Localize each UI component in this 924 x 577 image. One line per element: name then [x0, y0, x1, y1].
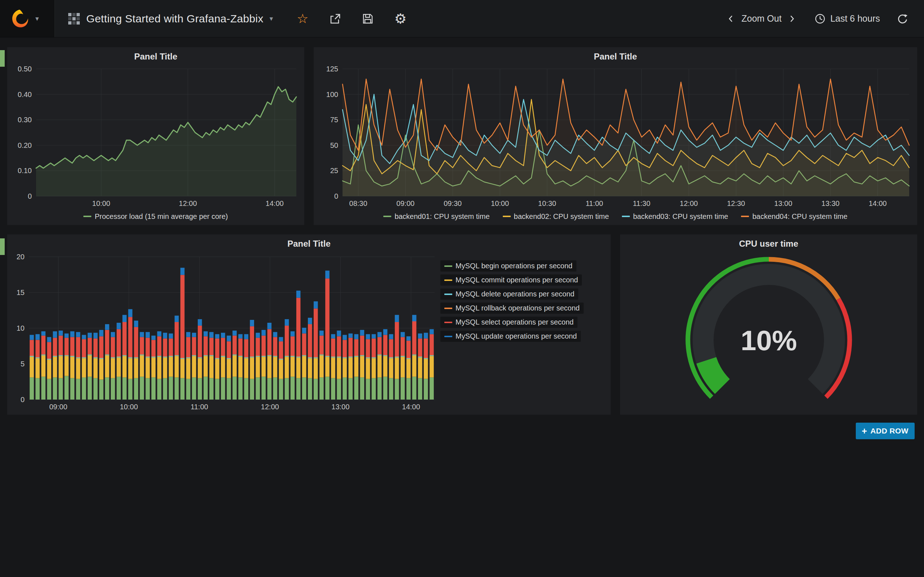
legend-series-swatch: [444, 279, 452, 281]
svg-text:15: 15: [16, 288, 24, 297]
svg-text:75: 75: [330, 116, 338, 124]
time-shift-forward-button[interactable]: [788, 13, 796, 24]
save-button[interactable]: [362, 13, 373, 24]
legend: Processor load (15 min average per core): [7, 208, 304, 224]
legend-series-label: MySQL select operations per second: [456, 318, 573, 326]
svg-text:14:00: 14:00: [402, 403, 420, 411]
navbar: ▾ Getting Started with Grafana-Zabbix ▾ …: [0, 0, 924, 37]
svg-text:50: 50: [330, 141, 338, 149]
panel-cpu-system-time: Panel Title 025507510012508:3009:0009:30…: [313, 47, 917, 225]
legend-series-swatch: [444, 266, 452, 267]
add-row-label: ADD ROW: [871, 427, 908, 435]
legend-series-swatch: [503, 216, 511, 217]
legend-item[interactable]: backend03: CPU system time: [622, 213, 728, 221]
svg-text:0: 0: [21, 396, 24, 403]
svg-text:0.30: 0.30: [18, 116, 32, 124]
legend-item[interactable]: MySQL delete operations per second: [440, 288, 578, 300]
logo-caret-icon: ▾: [36, 15, 39, 22]
dashboard-grid-icon: [68, 13, 80, 25]
share-button[interactable]: [330, 13, 341, 24]
legend-item[interactable]: MySQL begin operations per second: [440, 260, 577, 272]
legend-series-swatch: [444, 336, 452, 337]
panel-cpu-user-time: CPU user time 10%: [620, 234, 917, 415]
panel-title[interactable]: Panel Title: [7, 52, 304, 62]
bar-chart-mysql-operations[interactable]: 0510152009:0010:0011:0012:0013:0014:00: [10, 252, 438, 413]
star-icon: ☆: [297, 11, 308, 26]
legend-item[interactable]: MySQL commit operations per second: [440, 274, 582, 285]
legend-series-label: backend02: CPU system time: [514, 213, 609, 221]
grafana-dashboard: ▾ Getting Started with Grafana-Zabbix ▾ …: [0, 0, 924, 577]
svg-text:09:00: 09:00: [396, 200, 414, 207]
time-range-label: Last 6 hours: [830, 13, 880, 24]
refresh-icon: [897, 13, 908, 24]
legend-series-label: MySQL commit operations per second: [456, 276, 578, 284]
legend-series-label: backend03: CPU system time: [633, 213, 728, 221]
svg-text:12:00: 12:00: [680, 200, 698, 207]
svg-text:09:00: 09:00: [49, 403, 67, 411]
time-shift-back-button[interactable]: [727, 13, 735, 24]
star-button[interactable]: ☆: [297, 12, 308, 25]
svg-text:100: 100: [326, 90, 338, 98]
legend-item[interactable]: MySQL rollback operations per second: [440, 303, 584, 314]
legend-series-swatch: [444, 308, 452, 309]
legend-item[interactable]: MySQL update operations per second: [440, 331, 581, 342]
svg-text:0: 0: [28, 192, 32, 200]
legend-series-swatch: [83, 216, 91, 217]
gauge-cpu-user-time: 10%: [620, 251, 917, 415]
svg-text:13:00: 13:00: [331, 403, 349, 411]
svg-text:11:30: 11:30: [633, 200, 650, 207]
add-row-button[interactable]: + ADD ROW: [856, 423, 914, 439]
svg-text:0.20: 0.20: [18, 141, 32, 149]
chevron-left-icon: [727, 13, 735, 24]
chevron-right-icon: [788, 13, 796, 24]
svg-text:10:00: 10:00: [120, 403, 138, 411]
settings-button[interactable]: ⚙: [394, 12, 407, 26]
plus-icon: +: [862, 426, 867, 436]
svg-text:13:30: 13:30: [822, 200, 840, 207]
legend-item[interactable]: MySQL select operations per second: [440, 317, 577, 328]
svg-text:0: 0: [334, 192, 338, 200]
time-range-button[interactable]: Last 6 hours: [815, 13, 880, 24]
svg-text:12:00: 12:00: [179, 200, 197, 207]
grafana-logo-button[interactable]: ▾: [0, 0, 55, 37]
row-handle[interactable]: [0, 239, 5, 255]
svg-text:13:00: 13:00: [774, 200, 792, 207]
dashboard-title-button[interactable]: Getting Started with Grafana-Zabbix ▾: [68, 13, 273, 25]
legend-series-label: backend01: CPU system time: [394, 213, 489, 221]
share-icon: [330, 13, 341, 24]
svg-text:10:30: 10:30: [538, 200, 556, 207]
legend-series-label: MySQL delete operations per second: [456, 290, 574, 298]
zoom-out-button[interactable]: Zoom Out: [741, 13, 782, 24]
svg-text:10:00: 10:00: [491, 200, 509, 207]
legend-item[interactable]: backend01: CPU system time: [383, 213, 489, 221]
line-chart-processor-load[interactable]: 00.100.200.300.400.5010:0012:0014:00: [10, 64, 301, 208]
legend-item[interactable]: backend04: CPU system time: [741, 213, 847, 221]
legend-series-label: MySQL update operations per second: [456, 332, 577, 340]
svg-text:11:00: 11:00: [585, 200, 603, 207]
legend-item[interactable]: backend02: CPU system time: [503, 213, 609, 221]
save-icon: [362, 13, 373, 24]
legend-item[interactable]: Processor load (15 min average per core): [83, 213, 228, 221]
svg-text:5: 5: [21, 360, 24, 368]
svg-text:14:00: 14:00: [266, 200, 284, 207]
navbar-actions: ☆: [297, 12, 406, 26]
panel-title[interactable]: CPU user time: [620, 239, 917, 249]
row-handle[interactable]: [0, 50, 5, 67]
svg-text:10%: 10%: [740, 324, 796, 356]
clock-icon: [815, 13, 825, 24]
title-caret-icon: ▾: [270, 15, 273, 22]
svg-text:125: 125: [326, 65, 338, 73]
legend: backend01: CPU system timebackend02: CPU…: [313, 208, 917, 224]
svg-text:0.40: 0.40: [18, 90, 32, 98]
panel-title[interactable]: Panel Title: [313, 52, 917, 62]
line-chart-cpu-system-time[interactable]: 025507510012508:3009:0009:3010:0010:3011…: [317, 64, 914, 208]
panel-title[interactable]: Panel Title: [7, 239, 611, 249]
svg-text:0.50: 0.50: [18, 65, 32, 73]
legend: MySQL begin operations per secondMySQL c…: [440, 260, 607, 342]
legend-series-swatch: [444, 322, 452, 323]
refresh-button[interactable]: [897, 13, 908, 24]
legend-series-swatch: [741, 216, 749, 217]
gear-icon: ⚙: [394, 11, 407, 26]
legend-series-label: MySQL rollback operations per second: [456, 304, 580, 312]
legend-series-swatch: [383, 216, 391, 217]
